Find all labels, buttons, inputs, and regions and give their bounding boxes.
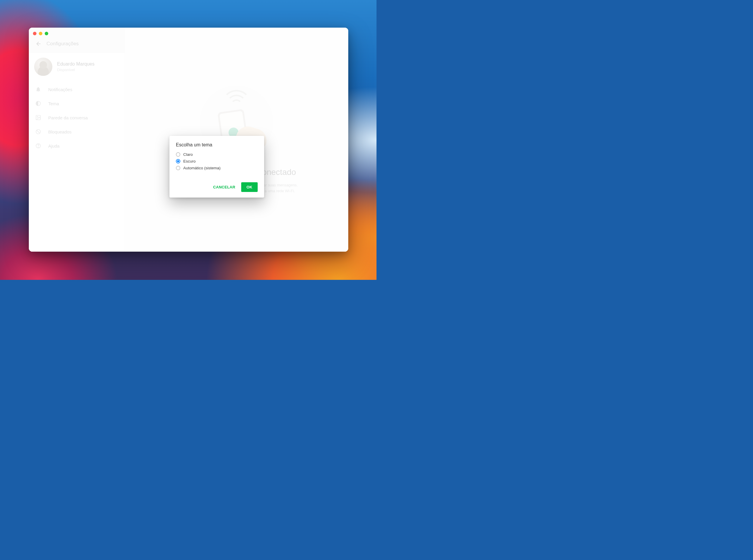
radio-option-dark[interactable]: Escuro bbox=[176, 159, 258, 163]
app-window: Configurações Eduardo Marques Disponível… bbox=[29, 28, 348, 252]
radio-option-system[interactable]: Automático (sistema) bbox=[176, 166, 258, 170]
radio-label: Escuro bbox=[183, 159, 196, 163]
theme-radio-group: Claro Escuro Automático (sistema) bbox=[176, 152, 258, 170]
cancel-button[interactable]: CANCELAR bbox=[210, 182, 239, 192]
modal-title: Escolha um tema bbox=[176, 142, 258, 147]
window-controls bbox=[33, 32, 48, 35]
radio-label: Claro bbox=[183, 152, 193, 157]
window-close-button[interactable] bbox=[33, 32, 37, 35]
window-maximize-button[interactable] bbox=[45, 32, 48, 35]
ok-button[interactable]: OK bbox=[241, 182, 258, 192]
radio-option-light[interactable]: Claro bbox=[176, 152, 258, 157]
radio-icon bbox=[176, 166, 180, 170]
theme-modal: Escolha um tema Claro Escuro Automático … bbox=[170, 136, 264, 198]
radio-label: Automático (sistema) bbox=[183, 166, 220, 170]
modal-actions: CANCELAR OK bbox=[176, 182, 258, 192]
window-minimize-button[interactable] bbox=[39, 32, 42, 35]
radio-icon bbox=[176, 152, 180, 157]
radio-icon bbox=[176, 159, 180, 163]
